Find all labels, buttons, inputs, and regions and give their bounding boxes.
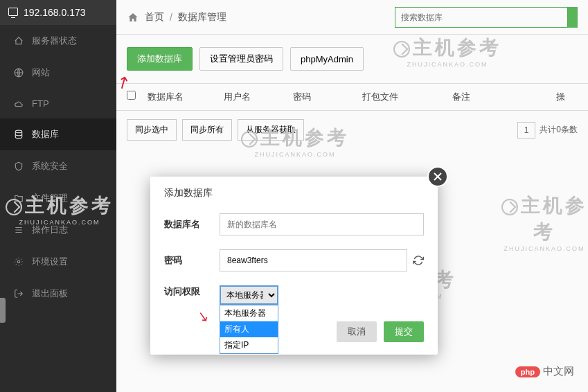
database-name-input[interactable] bbox=[220, 213, 424, 235]
dropdown-option-everyone[interactable]: 所有人 bbox=[220, 321, 278, 337]
modal-overlay: 添加数据库 数据库名 密码 访问权限 ↘ 本地服务器 本地服务器 所有人 指定 bbox=[0, 0, 588, 392]
modal-footer: 取消 提交 bbox=[150, 312, 438, 355]
php-badge: php 中文网 bbox=[515, 365, 574, 378]
form-row-password: 密码 bbox=[150, 242, 438, 278]
refresh-icon[interactable] bbox=[413, 255, 424, 266]
submit-button[interactable]: 提交 bbox=[384, 321, 424, 342]
permission-select[interactable]: 本地服务器 bbox=[220, 285, 278, 305]
php-badge-text: 中文网 bbox=[543, 365, 574, 378]
cancel-button[interactable]: 取消 bbox=[337, 321, 377, 342]
permission-select-wrap: ↘ 本地服务器 本地服务器 所有人 指定IP bbox=[220, 285, 278, 305]
form-row-permission: 访问权限 ↘ 本地服务器 本地服务器 所有人 指定IP bbox=[150, 278, 438, 312]
permission-dropdown: 本地服务器 所有人 指定IP bbox=[220, 305, 278, 354]
dropdown-option-local[interactable]: 本地服务器 bbox=[220, 305, 278, 321]
close-button[interactable] bbox=[427, 166, 448, 187]
name-label: 数据库名 bbox=[164, 218, 220, 231]
modal-title: 添加数据库 bbox=[150, 177, 438, 206]
pwd-label: 密码 bbox=[164, 254, 220, 267]
close-icon bbox=[434, 172, 442, 181]
perm-label: 访问权限 bbox=[164, 285, 220, 298]
add-database-modal: 添加数据库 数据库名 密码 访问权限 ↘ 本地服务器 本地服务器 所有人 指定 bbox=[150, 177, 438, 355]
php-logo: php bbox=[515, 366, 540, 377]
form-row-name: 数据库名 bbox=[150, 206, 438, 242]
dropdown-option-ip[interactable]: 指定IP bbox=[220, 337, 278, 353]
password-input[interactable] bbox=[220, 249, 407, 271]
